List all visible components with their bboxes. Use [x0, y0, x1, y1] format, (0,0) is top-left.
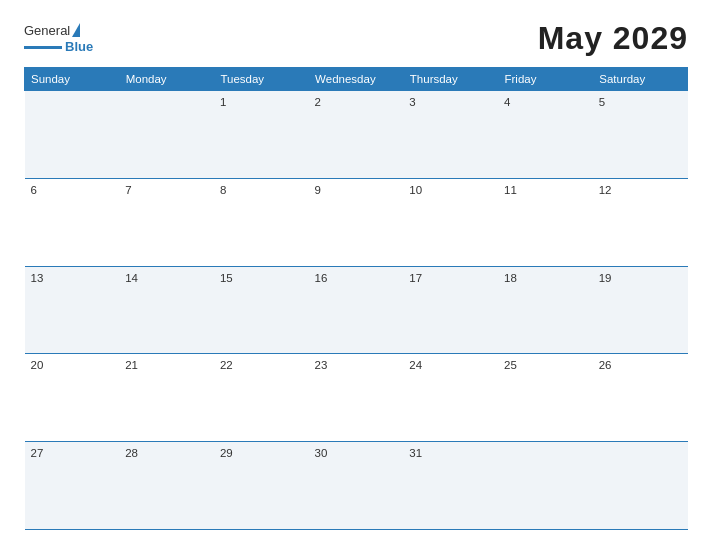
calendar-cell — [593, 442, 688, 530]
day-number: 4 — [504, 96, 510, 108]
day-number: 24 — [409, 359, 422, 371]
calendar-cell: 14 — [119, 266, 214, 354]
calendar-cell: 10 — [403, 178, 498, 266]
calendar-cell: 2 — [309, 91, 404, 179]
day-number: 17 — [409, 272, 422, 284]
col-header-monday: Monday — [119, 68, 214, 91]
day-number: 15 — [220, 272, 233, 284]
calendar-week-row: 6789101112 — [25, 178, 688, 266]
calendar-cell: 29 — [214, 442, 309, 530]
day-number: 28 — [125, 447, 138, 459]
calendar-cell: 23 — [309, 354, 404, 442]
calendar-cell: 27 — [25, 442, 120, 530]
calendar-week-row: 20212223242526 — [25, 354, 688, 442]
calendar-cell: 21 — [119, 354, 214, 442]
day-number: 19 — [599, 272, 612, 284]
calendar-cell: 20 — [25, 354, 120, 442]
calendar-cell: 28 — [119, 442, 214, 530]
day-number: 7 — [125, 184, 131, 196]
day-number: 16 — [315, 272, 328, 284]
col-header-thursday: Thursday — [403, 68, 498, 91]
calendar-cell: 8 — [214, 178, 309, 266]
day-number: 23 — [315, 359, 328, 371]
col-header-tuesday: Tuesday — [214, 68, 309, 91]
col-header-sunday: Sunday — [25, 68, 120, 91]
calendar-cell: 9 — [309, 178, 404, 266]
calendar-week-row: 2728293031 — [25, 442, 688, 530]
col-header-wednesday: Wednesday — [309, 68, 404, 91]
calendar-cell: 24 — [403, 354, 498, 442]
logo-general-text: General — [24, 23, 70, 39]
calendar-cell: 26 — [593, 354, 688, 442]
day-number: 26 — [599, 359, 612, 371]
day-number: 12 — [599, 184, 612, 196]
day-number: 27 — [31, 447, 44, 459]
day-number: 3 — [409, 96, 415, 108]
calendar-header: General Blue May 2029 — [24, 20, 688, 57]
col-header-saturday: Saturday — [593, 68, 688, 91]
day-number: 29 — [220, 447, 233, 459]
day-number: 25 — [504, 359, 517, 371]
calendar-cell: 19 — [593, 266, 688, 354]
calendar-cell — [25, 91, 120, 179]
month-title: May 2029 — [538, 20, 688, 57]
day-number: 10 — [409, 184, 422, 196]
calendar-table: SundayMondayTuesdayWednesdayThursdayFrid… — [24, 67, 688, 530]
calendar-week-row: 13141516171819 — [25, 266, 688, 354]
day-number: 14 — [125, 272, 138, 284]
day-number: 5 — [599, 96, 605, 108]
calendar-cell: 22 — [214, 354, 309, 442]
day-number: 18 — [504, 272, 517, 284]
calendar-header-row: SundayMondayTuesdayWednesdayThursdayFrid… — [25, 68, 688, 91]
calendar-cell: 7 — [119, 178, 214, 266]
calendar-cell: 1 — [214, 91, 309, 179]
calendar-cell: 3 — [403, 91, 498, 179]
calendar-cell: 4 — [498, 91, 593, 179]
logo-blue-bar — [24, 46, 62, 49]
calendar-cell: 31 — [403, 442, 498, 530]
day-number: 8 — [220, 184, 226, 196]
calendar-cell: 13 — [25, 266, 120, 354]
calendar-cell: 15 — [214, 266, 309, 354]
col-header-friday: Friday — [498, 68, 593, 91]
logo-triangle-icon — [72, 23, 80, 37]
calendar-cell: 16 — [309, 266, 404, 354]
calendar-cell: 18 — [498, 266, 593, 354]
calendar-cell: 17 — [403, 266, 498, 354]
day-number: 21 — [125, 359, 138, 371]
logo-blue-text: Blue — [65, 39, 93, 55]
calendar-cell: 25 — [498, 354, 593, 442]
day-number: 11 — [504, 184, 517, 196]
calendar-cell: 5 — [593, 91, 688, 179]
day-number: 6 — [31, 184, 37, 196]
day-number: 31 — [409, 447, 422, 459]
calendar-cell: 12 — [593, 178, 688, 266]
day-number: 9 — [315, 184, 321, 196]
calendar-cell: 11 — [498, 178, 593, 266]
calendar-cell — [498, 442, 593, 530]
day-number: 1 — [220, 96, 226, 108]
calendar-cell — [119, 91, 214, 179]
calendar-week-row: 12345 — [25, 91, 688, 179]
day-number: 2 — [315, 96, 321, 108]
day-number: 20 — [31, 359, 44, 371]
logo: General Blue — [24, 23, 93, 55]
calendar-cell: 30 — [309, 442, 404, 530]
calendar-cell: 6 — [25, 178, 120, 266]
day-number: 13 — [31, 272, 44, 284]
day-number: 30 — [315, 447, 328, 459]
day-number: 22 — [220, 359, 233, 371]
